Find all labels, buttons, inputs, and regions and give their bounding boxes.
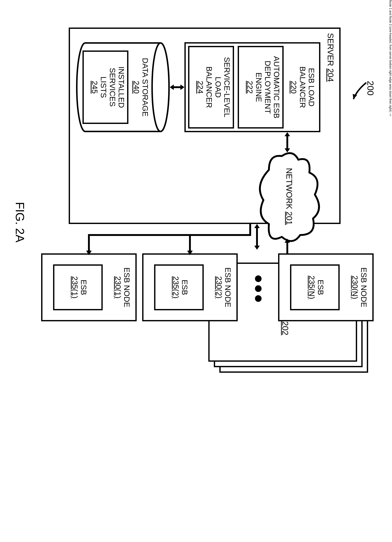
svg-marker-7 <box>284 132 290 136</box>
esb-n-inner-title: ESB 235(N) <box>307 264 325 310</box>
figure-caption: FIG. 2A <box>13 202 27 243</box>
esb-1-inner-title: ESB 235(1) <box>70 264 88 310</box>
data-storage-title: DATA STORAGE 240 <box>132 42 150 132</box>
auto-esb-engine-title: AUTOMATIC ESB DEPLOYMENT ENGINE 222 <box>245 46 281 129</box>
svg-marker-5 <box>170 84 174 90</box>
svg-marker-14 <box>254 246 260 250</box>
esb-node-2-title: ESB NODE 230(2) <box>214 253 232 321</box>
arrow-lb-network <box>284 132 290 152</box>
ellipsis-dots <box>255 275 261 302</box>
ref-hook <box>352 83 366 105</box>
esb-node-n-title: ESB NODE 230(N) <box>350 253 368 321</box>
installed-services-title: INSTALLED SERVICES LISTS 245 <box>90 50 126 124</box>
ref-200: 200 <box>365 81 376 96</box>
arrow-server-node-n <box>254 224 260 250</box>
arrow-lb-storage <box>170 84 185 90</box>
svg-marker-4 <box>180 84 185 90</box>
svg-point-2 <box>152 43 169 131</box>
arrow-server-node1 <box>87 222 252 255</box>
server-title: SERVER 204 <box>326 33 335 82</box>
esb-2-inner-title: ESB 235(2) <box>171 264 189 310</box>
svg-marker-16 <box>86 251 92 255</box>
svg-marker-8 <box>284 148 290 152</box>
esb-load-balancer-title: ESB LOAD BALANCER 220 <box>289 42 316 132</box>
svg-marker-13 <box>254 224 260 228</box>
service-level-lb-title: SERVICE-LEVEL LOAD BALANCER 224 <box>196 46 231 129</box>
network-title: NETWORK 201 <box>284 149 294 244</box>
esb-node-1-title: ESB NODE 230(1) <box>113 253 131 321</box>
svg-marker-10 <box>284 239 290 243</box>
svg-marker-0 <box>353 94 357 99</box>
